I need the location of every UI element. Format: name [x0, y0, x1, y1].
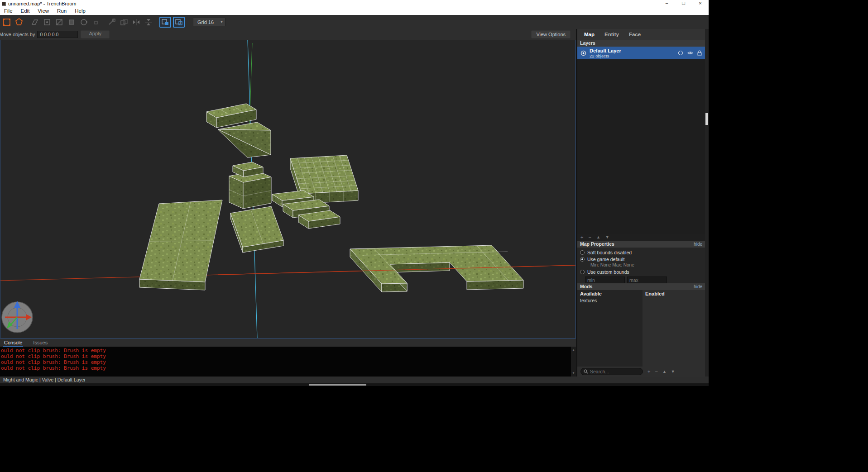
duplicate-icon[interactable]	[119, 17, 129, 27]
move-objects-label: Move objects by	[0, 32, 35, 37]
inspector-panel: Map Entity Face Layers Default Layer 22 …	[577, 29, 705, 377]
menu-help[interactable]: Help	[71, 7, 90, 15]
move-objects-input[interactable]	[37, 31, 78, 38]
tab-face[interactable]: Face	[629, 32, 641, 37]
texture-lock-icon[interactable]	[159, 17, 171, 28]
viewport-3d-scene[interactable]	[0, 40, 575, 338]
layer-object-count: 22 objects	[590, 53, 621, 58]
axis-lines	[0, 40, 575, 338]
brush-tower[interactable]	[229, 162, 271, 209]
toolbar: Grid 16 ▾	[0, 15, 709, 29]
bottom-strip	[0, 383, 709, 386]
orientation-gizmo[interactable]	[2, 301, 33, 333]
tab-issues[interactable]: Issues	[32, 340, 48, 347]
edge-tool-icon[interactable]	[54, 17, 64, 27]
menu-file[interactable]: File	[0, 7, 17, 15]
map-properties-header: Map Properties hide	[577, 241, 705, 248]
titlebar: unnamed.map* - TrenchBroom − □ ×	[0, 0, 709, 7]
tab-entity[interactable]: Entity	[604, 32, 619, 37]
scrollbar-thumb[interactable]	[705, 113, 708, 125]
search-box[interactable]	[580, 368, 643, 375]
map-properties-hide-link[interactable]: hide	[694, 241, 702, 248]
mods-available-column: Available textures	[577, 290, 643, 367]
grass-brushes[interactable]	[139, 104, 523, 292]
mods-search-row: + − ▲ ▼	[577, 367, 705, 377]
app-icon	[2, 2, 6, 6]
console-line: ould not clip brush: Brush is empty	[1, 348, 576, 353]
map-properties-body: Soft bounds disabled Use game default Mi…	[577, 248, 705, 283]
maximize-button[interactable]: □	[675, 0, 692, 7]
shear-tool-icon[interactable]	[107, 17, 117, 27]
status-text: Might and Magic | Valve | Default Layer	[3, 377, 86, 382]
mods-enabled-column: Enabled	[643, 290, 705, 367]
search-input[interactable]	[590, 369, 635, 374]
flip-horizontal-icon[interactable]	[131, 17, 141, 27]
use-custom-bounds-option[interactable]: Use custom bounds	[580, 268, 702, 275]
trenchbroom-window: unnamed.map* - TrenchBroom − □ × File Ed…	[0, 0, 709, 386]
layers-header: Layers	[577, 40, 705, 47]
remove-layer-button[interactable]: −	[588, 235, 591, 240]
menu-view[interactable]: View	[34, 7, 53, 15]
selection-tool-icon[interactable]	[2, 17, 12, 27]
close-button[interactable]: ×	[692, 0, 709, 7]
console-scrollbar[interactable]: ▲ ▼	[571, 347, 576, 377]
apply-button[interactable]: Apply	[81, 30, 110, 38]
soft-bounds-disabled-option[interactable]: Soft bounds disabled	[580, 249, 702, 256]
3d-viewport[interactable]	[0, 40, 576, 339]
menu-run[interactable]: Run	[53, 7, 71, 15]
scroll-up-icon[interactable]: ▲	[573, 347, 575, 353]
scale-tool-icon[interactable]	[91, 17, 101, 27]
view-options-button[interactable]: View Options	[531, 30, 571, 38]
grid-size-label: Grid 16	[193, 19, 218, 25]
layer-row-default[interactable]: Default Layer 22 objects	[577, 47, 705, 59]
move-objects-row: Move objects by Apply View Options	[0, 29, 576, 40]
menu-edit[interactable]: Edit	[17, 7, 34, 15]
game-bounds-detail: Min: None Max: None	[580, 262, 702, 268]
tab-console[interactable]: Console	[3, 340, 23, 347]
taskbar-hint	[309, 384, 366, 386]
eye-icon[interactable]	[687, 51, 693, 55]
panel-scrollbar[interactable]	[705, 29, 709, 377]
add-layer-button[interactable]: +	[580, 235, 583, 240]
scroll-down-icon[interactable]: ▼	[573, 370, 575, 376]
bounds-min-input[interactable]	[585, 277, 625, 283]
grid-size-dropdown[interactable]: Grid 16 ▾	[193, 18, 225, 26]
uv-lock-icon[interactable]	[173, 17, 185, 28]
move-mod-down-button[interactable]: ▼	[671, 369, 675, 374]
search-icon	[584, 369, 588, 374]
use-game-default-option[interactable]: Use game default	[580, 256, 702, 262]
rotate-tool-icon[interactable]	[79, 17, 89, 27]
mods-body: Available textures Enabled	[577, 290, 705, 367]
vertex-tool-icon[interactable]	[42, 17, 52, 27]
radio-icon-selected[interactable]	[580, 257, 585, 262]
mods-item-textures[interactable]: textures	[580, 298, 640, 303]
console-panel: Console Issues ould not clip brush: Brus…	[0, 339, 576, 377]
clip-tool-icon[interactable]	[30, 17, 40, 27]
layer-active-icon[interactable]	[580, 50, 586, 56]
move-mod-up-button[interactable]: ▲	[662, 369, 667, 374]
move-layer-down-button[interactable]: ▼	[605, 235, 609, 239]
mods-hide-link[interactable]: hide	[694, 283, 702, 290]
bounds-max-input[interactable]	[627, 277, 667, 283]
radio-icon[interactable]	[580, 250, 585, 255]
create-brush-tool-icon[interactable]	[14, 17, 24, 27]
face-tool-icon[interactable]	[67, 17, 77, 27]
layers-list-empty-area	[577, 59, 705, 234]
radio-icon[interactable]	[580, 270, 585, 274]
brush-right-platform[interactable]	[350, 245, 523, 292]
brush-wedge[interactable]	[218, 122, 271, 157]
brush-left-platform[interactable]	[139, 200, 222, 290]
move-layer-up-button[interactable]: ▲	[596, 235, 600, 239]
add-mod-button[interactable]: +	[647, 369, 650, 374]
minimize-button[interactable]: −	[658, 0, 675, 7]
brush-mid-platform[interactable]	[230, 206, 283, 253]
remove-mod-button[interactable]: −	[655, 369, 657, 374]
lock-icon[interactable]	[697, 50, 702, 56]
layer-omit-icon[interactable]	[678, 50, 683, 56]
layer-name: Default Layer	[590, 48, 621, 53]
flip-vertical-icon[interactable]	[144, 17, 153, 27]
tab-map[interactable]: Map	[584, 32, 595, 37]
console-line: ould not clip brush: Brush is empty	[1, 359, 576, 365]
console-line: ould not clip brush: Brush is empty	[1, 365, 576, 371]
chevron-down-icon[interactable]: ▾	[218, 18, 225, 26]
